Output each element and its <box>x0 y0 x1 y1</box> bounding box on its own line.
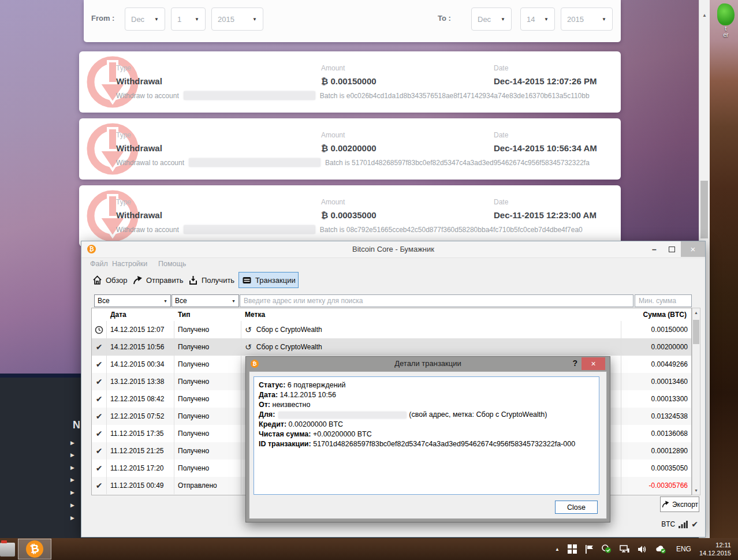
table-row[interactable]: 14.12.2015 12:07 Получено ↺Сбор с Crypto… <box>92 321 691 338</box>
to-month-value: Dec <box>478 15 491 24</box>
update-status-icon[interactable] <box>602 544 612 554</box>
from-day-select[interactable]: 1 ▼ <box>171 8 206 31</box>
min-amount-input[interactable] <box>635 294 692 307</box>
scroll-up-icon[interactable]: ▲ <box>692 311 700 315</box>
card-date-col: Date Dec-14-2015 12:07:26 PM <box>494 64 597 86</box>
date-label: Date <box>494 198 597 206</box>
tab-transactions-label: Транзакции <box>255 276 296 285</box>
tab-overview-label: Обзор <box>106 276 128 285</box>
close-button[interactable]: × <box>681 241 705 257</box>
card-amount-col: Amount ₿ 0.00150000 <box>321 64 377 86</box>
cell-amount: 0.01324538 <box>621 408 691 425</box>
transaction-filters: Все ▼ Все ▼ <box>81 294 705 308</box>
tray-expand-icon[interactable]: ▲ <box>555 547 560 552</box>
credit-value: 0.00200000 BTC <box>289 420 344 428</box>
header-type[interactable]: Тип <box>178 311 191 319</box>
net-amount-label: Чистая сумма: <box>259 430 311 438</box>
date-filter-panel: From : Dec ▼ 1 ▼ 2015 ▼ To : Dec ▼ 14 ▼ <box>84 0 621 42</box>
pending-clock-icon <box>92 321 107 338</box>
language-indicator[interactable]: ENG <box>676 545 691 553</box>
cloud-sync-icon[interactable] <box>655 545 666 554</box>
cell-amount: 0.00136068 <box>621 425 691 442</box>
scroll-up-icon[interactable]: ▲ <box>699 13 710 18</box>
tab-transactions[interactable]: Транзакции <box>238 272 299 288</box>
type-filter-value: Все <box>98 297 110 305</box>
chevron-down-icon: ▼ <box>602 17 606 22</box>
transactions-icon <box>241 275 252 286</box>
from-year-select[interactable]: 2015 ▼ <box>211 8 263 31</box>
table-header[interactable]: Дата Тип Метка Сумма (BTC) <box>92 308 691 322</box>
cell-amount: 0.00013460 <box>621 373 691 390</box>
batch-text: Batch is e0c026b4cd1da1d8b343576518ae8f1… <box>320 92 590 100</box>
confirmed-check-icon: ✔ <box>92 356 107 373</box>
desktop-shortcut[interactable]: t er <box>714 3 738 45</box>
date-value: Dec-14-2015 12:07:26 PM <box>494 76 597 86</box>
header-label[interactable]: Метка <box>245 311 265 319</box>
windows-logo-icon[interactable] <box>568 544 577 554</box>
cell-date: 11.12.2015 17:20 <box>107 460 174 477</box>
scrollbar-thumb[interactable] <box>700 181 708 238</box>
window-titlebar[interactable]: ₿ Bitcoin Core - Бумажник – × <box>81 241 705 258</box>
tab-overview[interactable]: Обзор <box>90 272 130 288</box>
batch-text: Batch is 51701d48268597f83bc0ef82d5347c4… <box>325 159 590 167</box>
menu-file[interactable]: Файл <box>90 260 108 268</box>
from-month-select[interactable]: Dec ▼ <box>125 8 165 31</box>
header-amount[interactable]: Сумма (BTC) <box>643 311 687 319</box>
from-day-value: 1 <box>177 15 181 24</box>
taskbar-partial-icon[interactable] <box>0 543 15 557</box>
chevron-down-icon: ▼ <box>195 17 199 22</box>
detail-line-txid: ID транзакции: 51701d48268597f83bc0ef82d… <box>259 439 594 449</box>
dialog-close-button[interactable]: × <box>582 357 605 370</box>
confirmed-check-icon: ✔ <box>92 373 107 390</box>
credit-label: Кредит: <box>259 420 286 428</box>
minimize-button[interactable]: – <box>646 241 662 257</box>
tab-receive[interactable]: Получить <box>185 272 237 288</box>
cell-date: 14.12.2015 10:56 <box>107 338 174 356</box>
table-scrollbar[interactable]: ▲ ▼ <box>692 308 700 495</box>
from-label: От: <box>259 401 270 409</box>
amount-value: ₿ 0.00035000 <box>321 210 377 220</box>
to-day-select[interactable]: 14 ▼ <box>520 8 555 31</box>
chevron-right-icon[interactable]: ▶ <box>70 477 74 483</box>
table-row-selected[interactable]: ✔ 14.12.2015 10:56 Получено ↺Сбор с Cryp… <box>92 338 691 356</box>
chevron-right-icon[interactable]: ▶ <box>70 465 74 471</box>
desktop-shortcut-label-line1: t <box>714 25 738 32</box>
menu-help[interactable]: Помощь <box>158 260 186 268</box>
to-year-select[interactable]: 2015 ▼ <box>561 8 613 31</box>
search-input[interactable] <box>240 294 633 307</box>
export-button[interactable]: Экспорт <box>660 496 699 512</box>
tab-send[interactable]: Отправить <box>130 272 185 288</box>
chevron-right-icon[interactable]: ▶ <box>70 490 74 495</box>
house-icon <box>92 275 103 286</box>
close-dialog-button[interactable]: Close <box>555 501 598 514</box>
detail-line-to: Для:(свой адрес, метка: Сбор с CryptoWea… <box>259 410 594 420</box>
maximize-button[interactable] <box>664 241 680 257</box>
taskbar-bitcoin-button[interactable]: ₿ <box>18 539 51 559</box>
chevron-right-icon[interactable]: ▶ <box>70 515 74 521</box>
to-month-select[interactable]: Dec ▼ <box>471 8 512 31</box>
system-tray: ▲ ENG 12:11 14.12.2015 <box>551 538 738 560</box>
chevron-right-icon[interactable]: ▶ <box>70 502 74 508</box>
scrollbar-thumb[interactable] <box>693 320 699 344</box>
type-label: Type <box>116 131 162 139</box>
type-filter-combo[interactable]: Все ▼ <box>94 294 171 307</box>
details-text[interactable]: Статус: 6 подтверждений Дата: 14.12.2015… <box>254 376 599 495</box>
help-button[interactable]: ? <box>572 359 577 368</box>
volume-icon[interactable] <box>638 545 647 554</box>
chevron-right-icon[interactable]: ▶ <box>70 452 74 458</box>
flag-icon[interactable] <box>585 544 594 554</box>
date-filter-combo[interactable]: Все ▼ <box>172 294 239 307</box>
transaction-card: Type Withdrawal Amount ₿ 0.00150000 Date… <box>79 51 621 113</box>
transaction-card: Type Withdrawal Amount ₿ 0.00035000 Date… <box>79 185 621 247</box>
note-prefix: Withdraw to account <box>116 226 179 234</box>
scroll-down-icon[interactable]: ▼ <box>692 488 700 492</box>
chevron-right-icon[interactable]: ▶ <box>70 440 74 446</box>
dialog-titlebar[interactable]: ₿ Детали транзакции ? × <box>246 357 610 371</box>
menu-settings[interactable]: Настройки <box>112 260 147 268</box>
card-type-col: Type Withdrawal <box>116 198 162 220</box>
header-date[interactable]: Дата <box>110 311 126 319</box>
net-amount-value: +0.00200000 BTC <box>313 430 372 438</box>
transaction-details-dialog: ₿ Детали транзакции ? × Статус: 6 подтве… <box>245 356 610 522</box>
taskbar-clock[interactable]: 12:11 14.12.2015 <box>699 541 731 557</box>
network-icon[interactable] <box>620 545 629 554</box>
